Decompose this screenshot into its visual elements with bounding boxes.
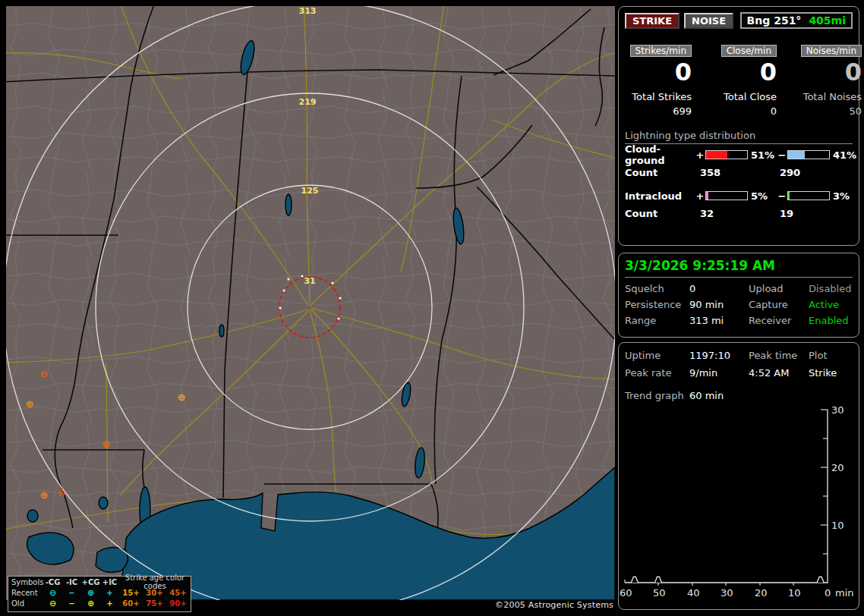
- capture-status: Active: [809, 299, 856, 310]
- bearing-readout: Bng 251°405mi: [740, 12, 853, 29]
- ring-label-313: 313: [299, 6, 317, 16]
- cloud-ground-row: Cloud-ground + 51% − 41%: [619, 146, 859, 164]
- age-90: 90+: [166, 599, 190, 608]
- noise-button[interactable]: NOISE: [684, 13, 733, 29]
- ring-label-31: 31: [304, 276, 315, 286]
- total-close-label: Total Close: [724, 91, 777, 102]
- neg-cg-bar: [787, 150, 830, 159]
- pos-ic-old-icon: +: [100, 599, 119, 608]
- persistence-value: 90 min: [689, 299, 749, 310]
- legend-row-old: Old: [11, 599, 43, 608]
- receiver-status: Enabled: [809, 315, 856, 326]
- upload-label: Upload: [749, 283, 809, 294]
- bearing-distance: 405mi: [809, 14, 846, 27]
- trend-series: [631, 577, 824, 583]
- bearing-label: Bng 251°: [747, 14, 802, 27]
- neg-ic-recent-icon: −: [62, 589, 81, 597]
- cloud-ground-label: Cloud-ground: [625, 143, 695, 166]
- age-45: 45+: [166, 589, 190, 597]
- total-noises-value: 50: [849, 105, 862, 117]
- pos-cg-recent-icon: ⊕: [81, 588, 100, 598]
- legend-row-recent: Recent: [11, 589, 43, 597]
- x-tick-30: 30: [721, 587, 733, 599]
- range-label: Range: [625, 315, 689, 326]
- pos-cg-old-icon: ⊕: [81, 599, 100, 608]
- total-strikes-label: Total Strikes: [632, 91, 692, 102]
- neg-cg-recent-icon: ⊖: [43, 588, 62, 598]
- count-label: Count: [625, 208, 700, 219]
- svg-text:⊕: ⊕: [40, 489, 49, 501]
- map-canvas: 313 219 125 31 ⊖ ⊕ ⊕ ⊕ ⊕ ⊖: [6, 6, 615, 600]
- minus-sign: −: [777, 190, 787, 202]
- neg-cg-percent: 41%: [833, 149, 857, 161]
- legend-col-neg-ic: -IC: [62, 578, 81, 586]
- svg-text:⊕: ⊕: [26, 398, 34, 410]
- x-tick-10: 10: [788, 587, 801, 599]
- distribution-title: Lightning type distribution: [625, 130, 853, 144]
- close-column: Close/min 0 Total Close 0: [692, 45, 777, 117]
- range-value: 313 mi: [689, 315, 749, 326]
- squelch-label: Squelch: [625, 283, 689, 294]
- intracloud-label: Intracloud: [625, 190, 695, 202]
- svg-text:⊕: ⊕: [102, 438, 111, 450]
- x-tick-40: 40: [687, 587, 700, 599]
- y-tick-20: 20: [831, 462, 844, 473]
- capture-label: Capture: [749, 299, 809, 310]
- persistence-label: Persistence: [625, 299, 689, 310]
- pos-ic-recent-icon: +: [100, 589, 119, 597]
- receiver-label: Receiver: [749, 315, 809, 326]
- x-tick-20: 20: [755, 587, 768, 599]
- close-per-min-value: 0: [760, 58, 777, 86]
- intracloud-counts: Count 32 19: [619, 205, 859, 222]
- trend-graph: 30 20 10 60 50 40 30 20 10 0 min: [619, 342, 859, 608]
- age-15: 15+: [119, 589, 143, 597]
- y-tick-10: 10: [831, 520, 844, 531]
- total-noises-label: Total Noises: [803, 91, 862, 102]
- legend-symbols-header: Symbols: [11, 578, 43, 586]
- y-tick-30: 30: [831, 404, 844, 416]
- svg-text:⊖: ⊖: [58, 487, 66, 498]
- strike-button[interactable]: STRIKE: [625, 13, 680, 29]
- plus-sign: +: [695, 149, 705, 161]
- pos-cg-bar: [705, 150, 748, 159]
- x-tick-60: 60: [620, 587, 632, 599]
- total-strikes-value: 699: [673, 105, 692, 117]
- pos-ic-bar: [705, 191, 748, 200]
- strike-map[interactable]: 313 219 125 31 ⊖ ⊕ ⊕ ⊕ ⊕ ⊖: [6, 6, 615, 600]
- legend-col-pos-ic: +IC: [100, 578, 119, 586]
- neg-cg-count: 290: [780, 167, 800, 178]
- status-panel: 3/3/2026 9:25:19 AM Squelch 0 Upload Dis…: [618, 253, 859, 338]
- x-axis-unit: min: [835, 587, 854, 599]
- symbol-legend: Symbols -CG -IC +CG +IC Strike age color…: [8, 576, 191, 612]
- strikes-column: Strikes/min 0 Total Strikes 699: [625, 45, 692, 117]
- coastal-bay: [96, 547, 128, 572]
- age-75: 75+: [143, 599, 166, 608]
- neg-cg-old-icon: ⊖: [43, 599, 62, 608]
- strikes-per-min-value: 0: [675, 58, 692, 86]
- svg-text:⊖: ⊖: [40, 368, 49, 379]
- squelch-value: 0: [689, 283, 749, 294]
- plus-sign: +: [695, 190, 705, 202]
- neg-ic-old-icon: −: [62, 599, 81, 608]
- age-60: 60+: [119, 599, 143, 608]
- intracloud-row: Intracloud + 5% − 3%: [619, 187, 859, 205]
- pos-ic-percent: 5%: [751, 190, 775, 202]
- pos-cg-percent: 51%: [751, 149, 775, 161]
- close-per-min-chip: Close/min: [721, 45, 777, 57]
- datetime-display: 3/3/2026 9:25:19 AM: [625, 258, 853, 278]
- neg-ic-bar: [787, 191, 830, 200]
- noises-column: Noises/min 0 Total Noises 50: [777, 45, 862, 117]
- noises-per-min-value: 0: [845, 58, 862, 86]
- app-window: { "header": { "strike_button": "STRIKE",…: [0, 0, 864, 616]
- neg-ic-count: 19: [780, 208, 793, 219]
- ring-label-125: 125: [301, 186, 319, 196]
- x-tick-0: 0: [825, 587, 831, 599]
- age-30: 30+: [143, 589, 166, 597]
- neg-ic-percent: 3%: [833, 190, 857, 202]
- ring-label-219: 219: [299, 97, 317, 107]
- pos-ic-count: 32: [700, 208, 780, 219]
- upload-status: Disabled: [809, 283, 856, 294]
- minus-sign: −: [777, 149, 787, 161]
- x-tick-50: 50: [653, 587, 666, 599]
- noises-per-min-chip: Noises/min: [801, 45, 862, 57]
